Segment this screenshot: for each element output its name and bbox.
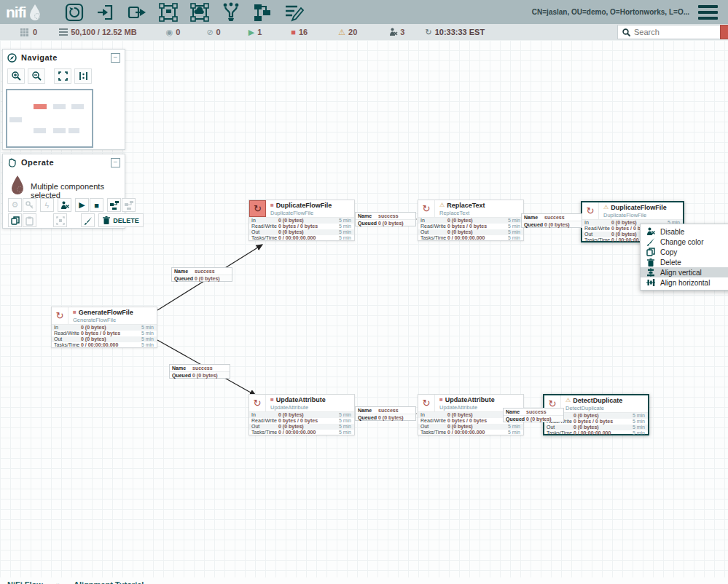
change-color-icon bbox=[646, 237, 655, 246]
context-menu: Disable Change color Copy Delete Align v… bbox=[640, 224, 728, 291]
selection-drop-icon bbox=[9, 175, 26, 195]
collapse-operate-icon[interactable]: − bbox=[111, 158, 120, 167]
running-status: ▶ 1 bbox=[248, 28, 262, 36]
processor-updateattribute-1[interactable]: ↻ UpdateAttribute UpdateAttribute In0 (0… bbox=[248, 394, 355, 435]
funnel-component-button[interactable] bbox=[220, 1, 242, 23]
processor-duplicateflowfile-1[interactable]: ↻ DuplicateFlowFile DuplicateFlowFile In… bbox=[248, 200, 355, 241]
minimap-node bbox=[53, 104, 66, 109]
processor-type: UpdateAttribute bbox=[439, 404, 495, 411]
connection-label[interactable]: Namesuccess Queued0 (0 bytes) bbox=[171, 267, 232, 282]
invalid-icon: ⚠ bbox=[338, 28, 345, 36]
change-color-button[interactable] bbox=[81, 213, 95, 227]
remote-process-group-component-button[interactable] bbox=[189, 1, 211, 23]
navigate-title: Navigate bbox=[21, 53, 58, 62]
operate-title: Operate bbox=[21, 158, 54, 167]
label-component-button[interactable] bbox=[283, 1, 305, 23]
connection-label[interactable]: Namesuccess Queued0 (0 bytes) bbox=[503, 408, 564, 422]
upload-template-button[interactable] bbox=[122, 198, 136, 212]
invalid-status: ⚠ 20 bbox=[338, 28, 357, 36]
align-vertical-icon bbox=[646, 268, 655, 277]
paste-button[interactable] bbox=[23, 213, 36, 227]
menu-item-delete[interactable]: Delete bbox=[641, 257, 728, 267]
menu-item-copy[interactable]: Copy bbox=[641, 247, 728, 257]
top-toolbar: nifi CN=jaslan, OU=demo, O=Hortonworks, … bbox=[0, 0, 728, 24]
refresh-icon[interactable]: ↻ bbox=[425, 28, 431, 36]
not-transmitting-count: 0 bbox=[216, 28, 221, 36]
copy-button[interactable] bbox=[8, 213, 22, 227]
stopped-count: 16 bbox=[299, 28, 308, 36]
invalid-status-icon bbox=[565, 398, 571, 403]
processor-name: DuplicateFlowFile bbox=[611, 204, 667, 211]
zoom-out-button[interactable] bbox=[28, 68, 45, 84]
zoom-fit-button[interactable] bbox=[54, 68, 71, 84]
refresh-status[interactable]: ↻ 10:33:33 EST bbox=[425, 28, 485, 36]
not-transmitting-status: ⊘ 0 bbox=[206, 28, 220, 36]
connection-label[interactable]: Namesuccess Queued0 (0 bytes) bbox=[521, 213, 582, 228]
running-icon: ▶ bbox=[248, 28, 254, 36]
menu-item-align-vertical[interactable]: Align vertical bbox=[641, 267, 728, 277]
connection-label[interactable]: Namesuccess Queued0 (0 bytes) bbox=[169, 364, 230, 379]
flow-canvas[interactable]: Namesuccess Queued0 (0 bytes) Namesucces… bbox=[0, 40, 728, 584]
nifi-logo-text: nifi bbox=[6, 4, 26, 21]
operate-panel: Operate − Multiple components selected ⚙… bbox=[2, 154, 125, 229]
processor-type: DuplicateFlowFile bbox=[603, 212, 667, 219]
zoom-in-button[interactable] bbox=[7, 68, 25, 84]
delete-button[interactable]: DELETE bbox=[98, 213, 144, 227]
connection-label[interactable]: Namesuccess Queued0 (0 bytes) bbox=[355, 406, 416, 421]
minimap-node bbox=[34, 128, 46, 133]
group-button[interactable] bbox=[53, 213, 67, 227]
active-threads-count: 0 bbox=[33, 28, 37, 36]
invalid-status-icon bbox=[603, 205, 608, 210]
minimap-node bbox=[71, 104, 84, 109]
create-template-button[interactable] bbox=[107, 198, 121, 212]
threads-icon bbox=[20, 28, 28, 36]
global-menu-icon[interactable] bbox=[698, 5, 718, 20]
processor-generateflowfile[interactable]: ↻ GenerateFlowFile GenerateFlowFile In0 … bbox=[51, 307, 157, 348]
configure-button[interactable]: ⚙ bbox=[8, 198, 22, 212]
disabled-status: 3 bbox=[389, 28, 404, 36]
disable-icon bbox=[646, 227, 655, 236]
menu-item-disable[interactable]: Disable bbox=[641, 226, 728, 237]
transmitting-status: ◉ 0 bbox=[166, 28, 181, 36]
input-port-component-button[interactable] bbox=[95, 1, 117, 23]
breadcrumb-current[interactable]: Alignment Tutorial bbox=[74, 580, 144, 584]
transmitting-count: 0 bbox=[176, 28, 180, 36]
zoom-actual-button[interactable] bbox=[74, 68, 92, 84]
transmitting-icon: ◉ bbox=[166, 28, 173, 36]
access-policies-button[interactable] bbox=[23, 198, 36, 212]
bulletin-indicator[interactable] bbox=[720, 25, 728, 39]
search-box[interactable] bbox=[617, 25, 721, 39]
template-component-button[interactable] bbox=[251, 1, 273, 23]
not-transmitting-icon: ⊘ bbox=[206, 28, 213, 36]
menu-item-align-horizontal[interactable]: Align horizontal bbox=[641, 277, 728, 288]
processor-replacetext[interactable]: ↻ ReplaceText ReplaceText In0 (0 bytes)5… bbox=[418, 200, 524, 241]
topbar-right: CN=jaslan, OU=demo, O=Hortonworks, L=O..… bbox=[532, 5, 728, 20]
stopped-status: ■ 16 bbox=[291, 28, 308, 36]
processor-type: DuplicateFlowFile bbox=[270, 210, 332, 217]
processor-name: DetectDuplicate bbox=[573, 397, 622, 404]
menu-item-change-color[interactable]: Change color bbox=[641, 237, 728, 247]
breadcrumb-root[interactable]: NiFi Flow bbox=[7, 580, 43, 584]
processor-component-button[interactable] bbox=[63, 1, 85, 23]
output-port-component-button[interactable] bbox=[126, 1, 148, 23]
processor-icon: ↻ bbox=[582, 202, 599, 219]
process-group-component-button[interactable] bbox=[157, 1, 179, 23]
collapse-navigate-icon[interactable]: − bbox=[111, 53, 120, 63]
nifi-drop-icon bbox=[28, 4, 42, 21]
refresh-time: 10:33:33 EST bbox=[435, 28, 485, 36]
stop-button[interactable]: ■ bbox=[90, 198, 103, 212]
connection-label[interactable]: Namesuccess Queued0 (0 bytes) bbox=[355, 212, 416, 226]
processor-icon: ↻ bbox=[418, 200, 435, 217]
user-identity: CN=jaslan, OU=demo, O=Hortonworks, L=O..… bbox=[532, 8, 689, 16]
stopped-icon: ■ bbox=[291, 28, 296, 36]
trash-icon bbox=[103, 216, 110, 224]
disable-button[interactable] bbox=[58, 198, 71, 212]
start-button[interactable]: ▶ bbox=[75, 198, 89, 212]
processor-icon: ↻ bbox=[249, 200, 266, 217]
enable-button[interactable]: ϟ bbox=[40, 198, 54, 212]
search-input[interactable] bbox=[634, 28, 716, 36]
disabled-count: 3 bbox=[400, 28, 404, 36]
birdseye-minimap[interactable] bbox=[5, 90, 123, 148]
search-icon bbox=[622, 28, 630, 36]
stopped-status-icon bbox=[73, 309, 77, 315]
